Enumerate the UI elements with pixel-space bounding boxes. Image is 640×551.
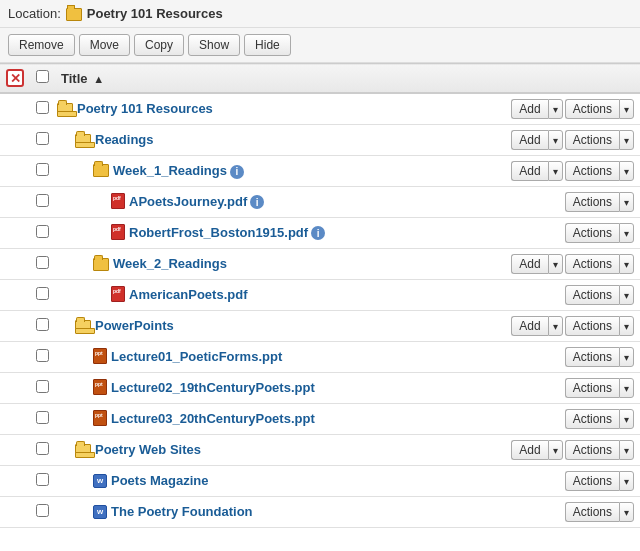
row-title-link[interactable]: PowerPoints xyxy=(95,318,174,333)
actions-dropdown-button[interactable] xyxy=(619,254,634,274)
row-title-link[interactable]: Week_1_Readings xyxy=(113,163,227,178)
remove-button[interactable]: Remove xyxy=(8,34,75,56)
actions-button-group: Actions xyxy=(565,378,634,398)
actions-button[interactable]: Actions xyxy=(565,161,619,181)
row-checkbox[interactable] xyxy=(36,287,49,300)
actions-dropdown-button[interactable] xyxy=(619,316,634,336)
info-icon[interactable]: i xyxy=(230,165,244,179)
actions-dropdown-button[interactable] xyxy=(619,378,634,398)
actions-dropdown-button[interactable] xyxy=(619,347,634,367)
add-button-group: Add xyxy=(511,254,562,274)
actions-button-group: Actions xyxy=(565,254,634,274)
actions-dropdown-button[interactable] xyxy=(619,161,634,181)
hide-button[interactable]: Hide xyxy=(244,34,291,56)
add-dropdown-button[interactable] xyxy=(548,99,563,119)
row-title-cell: Week_1_Readingsi xyxy=(55,156,505,187)
actions-dropdown-button[interactable] xyxy=(619,99,634,119)
row-checkbox-cell xyxy=(30,466,55,497)
row-title-link[interactable]: Poetry 101 Resources xyxy=(77,101,213,116)
add-button[interactable]: Add xyxy=(511,161,547,181)
actions-dropdown-button[interactable] xyxy=(619,223,634,243)
add-dropdown-button[interactable] xyxy=(548,161,563,181)
row-title-link[interactable]: Lecture01_PoeticForms.ppt xyxy=(111,349,282,364)
add-button[interactable]: Add xyxy=(511,254,547,274)
collapse-all-button[interactable]: ✕ xyxy=(6,69,24,87)
row-title-link[interactable]: APoetsJourney.pdf xyxy=(129,194,247,209)
row-title-link[interactable]: AmericanPoets.pdf xyxy=(129,287,247,302)
actions-button[interactable]: Actions xyxy=(565,471,619,491)
row-checkbox[interactable] xyxy=(36,101,49,114)
row-checkbox[interactable] xyxy=(36,256,49,269)
actions-button[interactable]: Actions xyxy=(565,130,619,150)
actions-button[interactable]: Actions xyxy=(565,192,619,212)
row-checkbox[interactable] xyxy=(36,225,49,238)
row-checkbox-cell xyxy=(30,280,55,311)
add-button-group: Add xyxy=(511,130,562,150)
row-checkbox[interactable] xyxy=(36,163,49,176)
actions-button[interactable]: Actions xyxy=(565,316,619,336)
actions-dropdown-button[interactable] xyxy=(619,471,634,491)
row-checkbox[interactable] xyxy=(36,442,49,455)
actions-dropdown-button[interactable] xyxy=(619,502,634,522)
move-button[interactable]: Move xyxy=(79,34,130,56)
row-title-link[interactable]: Poetry Web Sites xyxy=(95,442,201,457)
row-title-link[interactable]: Readings xyxy=(95,132,154,147)
add-dropdown-button[interactable] xyxy=(548,254,563,274)
content-table: ✕ Title ▲ Poetry 101 ResourcesAddActions… xyxy=(0,63,640,528)
row-checkbox[interactable] xyxy=(36,411,49,424)
row-checkbox[interactable] xyxy=(36,132,49,145)
add-button[interactable]: Add xyxy=(511,99,547,119)
row-action-cell: AddActions xyxy=(505,125,640,156)
actions-button[interactable]: Actions xyxy=(565,378,619,398)
row-title-link[interactable]: Lecture03_20thCenturyPoets.ppt xyxy=(111,411,315,426)
row-title-link[interactable]: The Poetry Foundation xyxy=(111,504,253,519)
row-checkbox[interactable] xyxy=(36,194,49,207)
row-checkbox[interactable] xyxy=(36,504,49,517)
add-button-group: Add xyxy=(511,316,562,336)
pdf-icon xyxy=(111,286,125,302)
actions-button-group: Actions xyxy=(565,285,634,305)
info-icon[interactable]: i xyxy=(311,226,325,240)
actions-dropdown-button[interactable] xyxy=(619,285,634,305)
row-checkbox[interactable] xyxy=(36,380,49,393)
folder-icon xyxy=(93,258,109,271)
title-header[interactable]: Title ▲ xyxy=(55,64,505,94)
add-dropdown-button[interactable] xyxy=(548,440,563,460)
add-button[interactable]: Add xyxy=(511,130,547,150)
actions-dropdown-button[interactable] xyxy=(619,192,634,212)
info-icon[interactable]: i xyxy=(250,195,264,209)
row-checkbox[interactable] xyxy=(36,318,49,331)
actions-button[interactable]: Actions xyxy=(565,409,619,429)
row-checkbox[interactable] xyxy=(36,473,49,486)
row-title-link[interactable]: Lecture02_19thCenturyPoets.ppt xyxy=(111,380,315,395)
actions-dropdown-button[interactable] xyxy=(619,130,634,150)
actions-button[interactable]: Actions xyxy=(565,347,619,367)
show-button[interactable]: Show xyxy=(188,34,240,56)
actions-dropdown-button[interactable] xyxy=(619,409,634,429)
actions-button[interactable]: Actions xyxy=(565,440,619,460)
table-row: ReadingsAddActions xyxy=(0,125,640,156)
table-row: Week_1_ReadingsiAddActions xyxy=(0,156,640,187)
row-title-link[interactable]: Week_2_Readings xyxy=(113,256,227,271)
actions-button-group: Actions xyxy=(565,192,634,212)
folder-open-icon xyxy=(57,103,73,116)
row-action-cell: Actions xyxy=(505,218,640,249)
row-checkbox-cell xyxy=(30,342,55,373)
actions-button[interactable]: Actions xyxy=(565,285,619,305)
add-button[interactable]: Add xyxy=(511,440,547,460)
actions-button[interactable]: Actions xyxy=(565,254,619,274)
actions-button[interactable]: Actions xyxy=(565,99,619,119)
add-dropdown-button[interactable] xyxy=(548,316,563,336)
add-button[interactable]: Add xyxy=(511,316,547,336)
copy-button[interactable]: Copy xyxy=(134,34,184,56)
row-action-cell: AddActions xyxy=(505,435,640,466)
actions-dropdown-button[interactable] xyxy=(619,440,634,460)
row-title-link[interactable]: Poets Magazine xyxy=(111,473,209,488)
expander-cell xyxy=(0,342,30,373)
select-all-checkbox[interactable] xyxy=(36,70,49,83)
add-dropdown-button[interactable] xyxy=(548,130,563,150)
row-checkbox[interactable] xyxy=(36,349,49,362)
actions-button[interactable]: Actions xyxy=(565,223,619,243)
row-title-link[interactable]: RobertFrost_Boston1915.pdf xyxy=(129,225,308,240)
actions-button[interactable]: Actions xyxy=(565,502,619,522)
